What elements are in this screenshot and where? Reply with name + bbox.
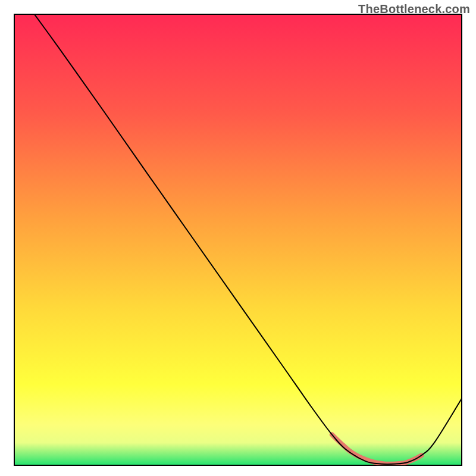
chart-container: TheBottleneck.com [0, 0, 476, 476]
bottleneck-chart [0, 0, 476, 476]
gradient-background [14, 14, 462, 465]
